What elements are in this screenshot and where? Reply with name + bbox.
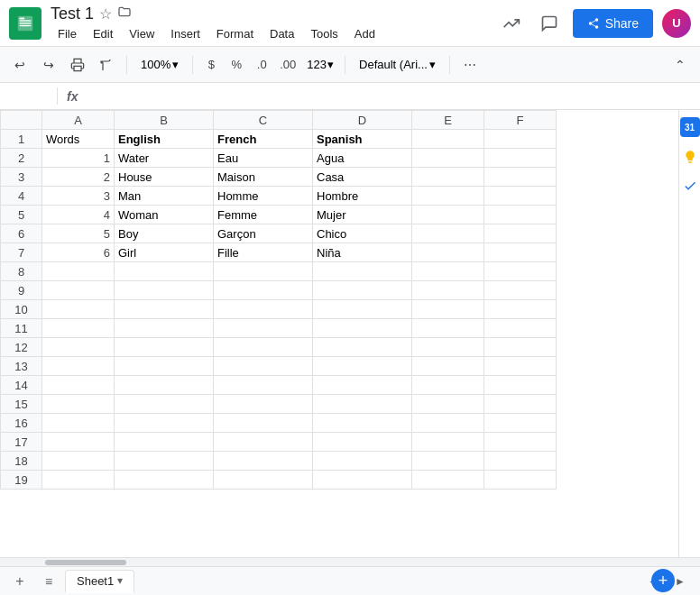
cell-r3-c1[interactable]: 2 (42, 168, 115, 187)
cell-r3-c5[interactable] (412, 168, 484, 187)
row-header-8[interactable]: 8 (1, 262, 42, 281)
cell-r6-c4[interactable]: Chico (313, 224, 412, 243)
menu-add[interactable]: Add (347, 25, 382, 42)
cell-r16-c6[interactable] (484, 414, 557, 433)
cell-reference-input[interactable] (4, 87, 58, 105)
currency-button[interactable]: $ (200, 52, 222, 78)
cell-r10-c2[interactable] (115, 300, 214, 319)
cell-r14-c5[interactable] (412, 376, 484, 395)
cell-r13-c6[interactable] (484, 357, 557, 376)
menu-edit[interactable]: Edit (86, 25, 120, 42)
cell-r6-c6[interactable] (484, 224, 557, 243)
row-header-1[interactable]: 1 (1, 130, 42, 149)
cell-r5-c3[interactable]: Femme (214, 206, 313, 224)
cell-r5-c4[interactable]: Mujer (313, 206, 412, 224)
menu-file[interactable]: File (51, 25, 84, 42)
cell-r12-c2[interactable] (115, 338, 214, 357)
row-header-15[interactable]: 15 (1, 395, 42, 414)
cell-r18-c3[interactable] (214, 452, 313, 471)
row-header-7[interactable]: 7 (1, 243, 42, 262)
cell-r11-c5[interactable] (412, 319, 484, 338)
row-header-16[interactable]: 16 (1, 414, 42, 433)
percent-button[interactable]: % (226, 52, 247, 78)
cell-r2-c5[interactable] (412, 149, 484, 168)
cell-r1-c3[interactable]: French (214, 130, 313, 149)
cell-r17-c5[interactable] (412, 433, 484, 452)
cell-r12-c3[interactable] (214, 338, 313, 357)
cell-r13-c5[interactable] (412, 357, 484, 376)
cell-r3-c3[interactable]: Maison (214, 168, 313, 187)
cell-r7-c4[interactable]: Niña (313, 243, 412, 262)
cell-r19-c3[interactable] (214, 471, 313, 490)
cell-r5-c5[interactable] (412, 206, 484, 224)
undo-button[interactable]: ↩ (7, 52, 32, 78)
cell-r7-c5[interactable] (412, 243, 484, 262)
cell-r9-c2[interactable] (115, 281, 214, 300)
cell-r10-c4[interactable] (313, 300, 412, 319)
zoom-selector[interactable]: 100% ▾ (134, 55, 185, 74)
bulb-sidebar-icon[interactable] (681, 148, 699, 166)
cell-r4-c5[interactable] (412, 187, 484, 206)
cell-r19-c1[interactable] (42, 471, 115, 490)
cell-r8-c4[interactable] (313, 262, 412, 281)
cell-r4-c1[interactable]: 3 (42, 187, 115, 206)
formula-input[interactable] (87, 83, 696, 109)
row-header-5[interactable]: 5 (1, 206, 42, 224)
cell-r3-c6[interactable] (484, 168, 557, 187)
hscroll-thumb[interactable] (45, 560, 126, 565)
cell-r3-c4[interactable]: Casa (313, 168, 412, 187)
cell-r2-c1[interactable]: 1 (42, 149, 115, 168)
print-button[interactable] (65, 52, 90, 78)
cell-r6-c1[interactable]: 5 (42, 224, 115, 243)
cell-r19-c5[interactable] (412, 471, 484, 490)
cell-r17-c3[interactable] (214, 433, 313, 452)
menu-view[interactable]: View (122, 25, 161, 42)
cell-r1-c6[interactable] (484, 130, 557, 149)
cell-r10-c1[interactable] (42, 300, 115, 319)
add-sheet-button[interactable]: + (7, 569, 32, 594)
col-header-e[interactable]: E (412, 111, 484, 130)
more-options-button[interactable]: ⋯ (457, 52, 483, 78)
cell-r4-c6[interactable] (484, 187, 557, 206)
paint-format-button[interactable] (94, 52, 119, 78)
cell-r14-c1[interactable] (42, 376, 115, 395)
sheet-tab-sheet1[interactable]: Sheet1 ▾ (65, 570, 134, 593)
cell-r1-c2[interactable]: English (115, 130, 214, 149)
cell-r9-c1[interactable] (42, 281, 115, 300)
cell-r5-c6[interactable] (484, 206, 557, 224)
cell-r16-c3[interactable] (214, 414, 313, 433)
cell-r10-c3[interactable] (214, 300, 313, 319)
cell-r2-c3[interactable]: Eau (214, 149, 313, 168)
row-header-13[interactable]: 13 (1, 357, 42, 376)
cell-r12-c5[interactable] (412, 338, 484, 357)
horizontal-scrollbar[interactable] (0, 557, 700, 566)
row-header-4[interactable]: 4 (1, 187, 42, 206)
avatar[interactable]: U (662, 9, 691, 38)
calendar-sidebar-icon[interactable]: 31 (680, 117, 700, 137)
cell-r17-c1[interactable] (42, 433, 115, 452)
cell-r7-c2[interactable]: Girl (115, 243, 214, 262)
row-header-9[interactable]: 9 (1, 281, 42, 300)
row-header-10[interactable]: 10 (1, 300, 42, 319)
row-header-6[interactable]: 6 (1, 224, 42, 243)
col-header-f[interactable]: F (484, 111, 557, 130)
cell-r6-c3[interactable]: Garçon (214, 224, 313, 243)
cell-r4-c3[interactable]: Homme (214, 187, 313, 206)
col-header-a[interactable]: A (42, 111, 115, 130)
cell-r14-c2[interactable] (115, 376, 214, 395)
dec1-button[interactable]: .00 (276, 52, 299, 78)
cell-r16-c5[interactable] (412, 414, 484, 433)
cell-r17-c4[interactable] (313, 433, 412, 452)
row-header-11[interactable]: 11 (1, 319, 42, 338)
cell-r11-c3[interactable] (214, 319, 313, 338)
menu-tools[interactable]: Tools (303, 25, 345, 42)
cell-r8-c1[interactable] (42, 262, 115, 281)
share-button[interactable]: Share (573, 9, 653, 38)
cell-r14-c6[interactable] (484, 376, 557, 395)
cell-r12-c6[interactable] (484, 338, 557, 357)
cell-r11-c4[interactable] (313, 319, 412, 338)
cell-r15-c2[interactable] (115, 395, 214, 414)
row-header-17[interactable]: 17 (1, 433, 42, 452)
cell-r11-c6[interactable] (484, 319, 557, 338)
cell-r15-c1[interactable] (42, 395, 115, 414)
